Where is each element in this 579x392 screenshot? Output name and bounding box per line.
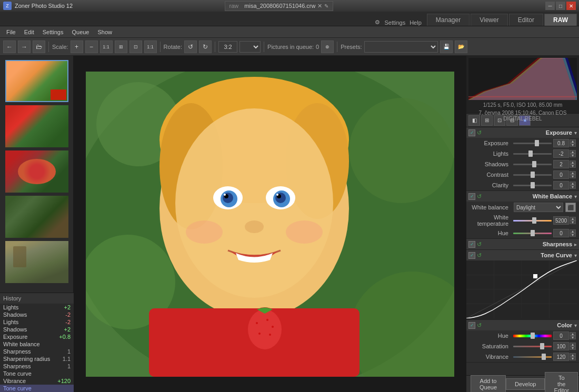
exp-down-0[interactable]: ▾ xyxy=(570,143,576,147)
menu-settings[interactable]: Settings xyxy=(38,28,68,36)
tab-manager[interactable]: Manager xyxy=(427,14,470,26)
wb-checkbox[interactable]: ✓ xyxy=(468,193,475,200)
history-item-2[interactable]: Lights-2 xyxy=(0,318,74,326)
sharpness-refresh-icon[interactable]: ↺ xyxy=(475,240,483,248)
tonecurve-refresh-icon[interactable]: ↺ xyxy=(475,252,483,259)
wb-refresh-icon[interactable]: ↺ xyxy=(475,193,483,200)
help-label[interactable]: Help xyxy=(410,19,422,26)
rotate-cw-button[interactable]: ↻ xyxy=(199,41,212,53)
exp-slider-0[interactable] xyxy=(513,139,552,147)
exp-down-2[interactable]: ▾ xyxy=(570,164,576,168)
menu-show[interactable]: Show xyxy=(93,28,116,36)
color-checkbox[interactable]: ✓ xyxy=(468,322,475,329)
thumbnail-1[interactable] xyxy=(5,60,68,102)
exp-value-1[interactable] xyxy=(553,149,569,158)
history-item-7[interactable]: Sharpening radius1.1 xyxy=(0,355,74,363)
settings-label[interactable]: Settings xyxy=(384,19,405,26)
wb-hue-value[interactable] xyxy=(553,229,569,237)
tonecurve-arrow-icon[interactable]: ▾ xyxy=(574,253,577,258)
menu-edit[interactable]: Edit xyxy=(20,28,38,36)
exp-down-1[interactable]: ▾ xyxy=(570,154,576,157)
presets-select[interactable] xyxy=(364,41,438,53)
color-hue-handle[interactable] xyxy=(531,333,535,339)
exp-handle-3[interactable] xyxy=(531,172,535,178)
sharpness-checkbox[interactable]: ✓ xyxy=(468,241,475,248)
zoom-out-button[interactable]: − xyxy=(85,41,98,53)
wb-temp-slider[interactable] xyxy=(513,217,552,224)
actual-size-button[interactable]: ⊡ xyxy=(129,41,142,53)
wb-temp-handle[interactable] xyxy=(532,217,536,224)
color-sat-value[interactable] xyxy=(553,342,569,350)
wb-arrow-icon[interactable]: ▾ xyxy=(574,194,577,199)
color-sat-handle[interactable] xyxy=(540,343,544,349)
color-refresh-icon[interactable]: ↺ xyxy=(475,321,483,329)
close-button[interactable]: ✕ xyxy=(566,2,576,10)
tab-raw[interactable]: RAW xyxy=(544,14,577,26)
scale-select[interactable] xyxy=(239,41,261,53)
tab-close-icon[interactable]: ✕ xyxy=(317,3,322,9)
exp-down-3[interactable]: ▾ xyxy=(570,175,576,178)
history-item-5[interactable]: White balance xyxy=(0,340,74,348)
color-hue-down[interactable]: ▾ xyxy=(570,336,576,339)
history-item-11[interactable]: Tone curve xyxy=(0,385,74,392)
thumbnail-3[interactable] xyxy=(5,150,68,193)
rotate-ccw-button[interactable]: ↺ xyxy=(184,41,197,53)
color-vib-down[interactable]: ▾ xyxy=(570,357,576,360)
scale-input[interactable] xyxy=(218,41,237,53)
color-arrow-icon[interactable]: ▾ xyxy=(574,323,577,328)
wb-hue-down[interactable]: ▾ xyxy=(570,233,576,237)
wb-header[interactable]: ✓ ↺ White Balance ▾ xyxy=(466,191,579,202)
exposure-arrow-icon[interactable]: ▾ xyxy=(574,130,577,136)
menu-queue[interactable]: Queue xyxy=(67,28,93,36)
history-item-1[interactable]: Shadows-2 xyxy=(0,311,74,318)
preset-load-button[interactable]: 📂 xyxy=(455,41,467,53)
color-hue-value[interactable] xyxy=(553,331,569,340)
exp-slider-2[interactable] xyxy=(513,160,552,168)
exp-slider-4[interactable] xyxy=(513,182,552,189)
tonecurve-checkbox[interactable]: ✓ xyxy=(468,252,475,259)
exp-handle-1[interactable] xyxy=(528,150,533,157)
color-hue-slider[interactable] xyxy=(513,332,552,339)
zoom-fit-button[interactable]: 1:1 xyxy=(100,41,113,53)
exposure-refresh-icon[interactable]: ↺ xyxy=(475,129,483,136)
wb-select[interactable]: Daylight xyxy=(514,203,563,212)
tonecurve-canvas[interactable] xyxy=(466,260,577,318)
history-item-9[interactable]: Tone curve xyxy=(0,370,74,377)
history-item-4[interactable]: Exposure+0.8 xyxy=(0,333,74,340)
image-area[interactable] xyxy=(74,56,466,392)
sharpness-arrow-icon[interactable]: ▸ xyxy=(574,242,577,247)
thumbnail-5[interactable] xyxy=(5,241,68,283)
color-header[interactable]: ✓ ↺ Color ▾ xyxy=(466,320,579,330)
to-editor-button[interactable]: To the Editor xyxy=(545,372,578,393)
history-item-6[interactable]: Sharpness1 xyxy=(0,348,74,355)
wb-hue-handle[interactable] xyxy=(531,230,535,236)
color-vib-handle[interactable] xyxy=(542,354,546,360)
zoom-option-button[interactable]: 1:1 xyxy=(144,41,157,53)
exp-slider-3[interactable] xyxy=(513,171,552,178)
tonecurve-header[interactable]: ✓ ↺ Tone Curve ▾ xyxy=(466,250,579,260)
exp-handle-0[interactable] xyxy=(535,140,539,146)
color-vib-value[interactable] xyxy=(553,353,569,361)
thumbnail-2[interactable] xyxy=(5,105,68,147)
exposure-header[interactable]: ✓ ↺ Exposure ▾ xyxy=(466,127,579,138)
zoom-in-button[interactable]: + xyxy=(71,41,83,53)
color-sat-down[interactable]: ▾ xyxy=(570,346,576,350)
exp-value-4[interactable] xyxy=(553,181,569,189)
sharpness-header[interactable]: ✓ ↺ Sharpness ▸ xyxy=(466,239,579,249)
forward-button[interactable]: → xyxy=(18,41,31,53)
exp-value-2[interactable] xyxy=(553,160,569,168)
exp-value-0[interactable] xyxy=(553,139,569,147)
exp-handle-4[interactable] xyxy=(531,182,535,188)
history-item-10[interactable]: Vibrance+120 xyxy=(0,377,74,385)
exp-handle-2[interactable] xyxy=(532,161,536,167)
zoom-fill-button[interactable]: ⊞ xyxy=(115,41,127,53)
wb-hue-slider[interactable] xyxy=(513,229,552,237)
wb-color-picker[interactable]: ⬛ xyxy=(565,203,576,212)
exp-value-3[interactable] xyxy=(553,170,569,179)
history-item-0[interactable]: Lights+2 xyxy=(0,304,74,311)
maximize-button[interactable]: □ xyxy=(556,2,565,10)
wb-temp-down[interactable]: ▾ xyxy=(570,220,576,224)
add-to-queue-button[interactable]: Add to Queue xyxy=(471,375,506,393)
thumbnail-4[interactable] xyxy=(5,196,68,238)
back-button[interactable]: ← xyxy=(3,41,16,53)
